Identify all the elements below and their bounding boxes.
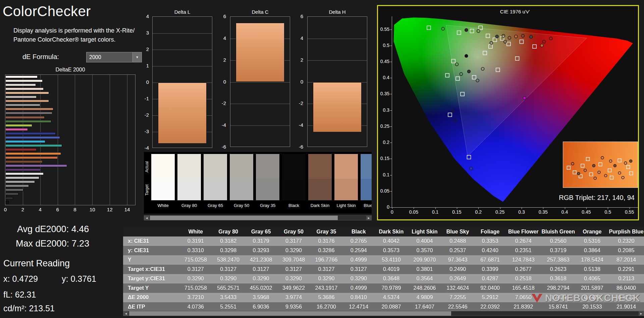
deltae-bar	[5, 176, 39, 179]
table-cell: 4.5374	[375, 293, 408, 302]
table-row-label: ΔE 2000	[123, 293, 179, 302]
swatch-actual	[151, 154, 175, 179]
scrollbar-thumb[interactable]	[150, 216, 338, 220]
swatch-column: Blue Sky	[361, 154, 372, 212]
axis-tick-label: 8	[73, 207, 76, 212]
measured-circle	[515, 35, 518, 38]
table-cell: 0.4042	[375, 236, 408, 246]
deltae-bar	[5, 108, 53, 110]
swatch-label: Dark Skin	[306, 203, 334, 208]
table-cell: 0.4999	[343, 255, 375, 265]
description-line-2: Pantone ColorChecker® target colors.	[13, 35, 135, 44]
axis-tick-label: -4	[137, 145, 149, 151]
axis-tick-label: 0.3	[378, 107, 389, 113]
scrollbar-track[interactable]	[149, 216, 366, 220]
scroll-right-icon[interactable]: ►	[366, 216, 371, 220]
rgb-triplet-readout: RGB Triplet: 217, 140, 94	[559, 194, 635, 202]
table-cell: 0.3648	[375, 274, 408, 283]
measured-circle	[465, 29, 468, 32]
axis-tick-label: -2	[291, 100, 303, 106]
measured-circle	[622, 176, 624, 179]
measured-circle	[604, 174, 607, 177]
reading-fl: fL: 62.31	[3, 290, 36, 300]
axis-tick	[390, 207, 392, 208]
de-formula-dropdown[interactable]: 2000 ▼	[86, 52, 142, 62]
deltae-bar	[5, 132, 56, 135]
cie-x-axis: 00.050.10.150.20.250.30.350.40.450.50.55	[378, 209, 638, 215]
table-cell: 132.4624	[441, 283, 474, 293]
axis-tick-label: 0.15	[378, 156, 389, 161]
axis-tick-label: 0	[291, 79, 303, 85]
deltae-bar	[5, 88, 44, 90]
scrollbar-track[interactable]	[128, 311, 639, 316]
measured-circle	[453, 119, 457, 122]
measured-circle	[495, 35, 498, 38]
scrollbar-thumb[interactable]	[129, 311, 451, 316]
axis-tick-label: -6	[291, 144, 303, 150]
table-row-label: ΔE ITP	[123, 302, 179, 312]
axis-tick-label: 0.4	[561, 209, 568, 215]
table-row: ΔE ITP4.07365.25516.90369.935616.270012.…	[123, 302, 644, 312]
axis-tick-label: 0.35	[539, 209, 548, 215]
table-cell: 0.2085	[608, 246, 644, 255]
table-cell: 4.9809	[408, 293, 441, 302]
table-cell: 0.3399	[474, 265, 506, 274]
measured-circle	[584, 169, 587, 172]
swatch-column: Gray 35	[256, 154, 279, 212]
target-square	[586, 157, 590, 161]
table-cell: 243.1917	[310, 283, 342, 293]
current-reading-label: Current Reading	[3, 258, 70, 269]
table-cell: 16.2700	[310, 302, 342, 312]
deltae-bar	[5, 112, 52, 114]
notebookcheck-watermark: NOTEBOOKCHECK	[531, 293, 640, 304]
table-cell: 0.3801	[408, 265, 441, 274]
table-cell: 22.5546	[441, 302, 474, 312]
deltae-bar	[5, 104, 40, 106]
axis-tick-label: -2	[137, 112, 149, 118]
table-cell: 0.3573	[375, 246, 408, 255]
table-cell: 0.3719	[541, 246, 576, 255]
gridline	[308, 39, 367, 39]
swatch-row-label-target: Target	[145, 179, 150, 200]
deltae-bar	[5, 75, 38, 78]
cie-zoom-inset	[563, 142, 638, 188]
swatch-scrollbar[interactable]: ◄ ►	[144, 215, 372, 220]
table-cell: 0.3177	[277, 236, 310, 246]
delta-l-chart	[152, 16, 212, 148]
scroll-left-icon[interactable]: ◄	[123, 311, 128, 316]
table-cell: 0.3618	[541, 274, 576, 283]
table-cell: 715.0258	[179, 255, 212, 265]
swatch-target	[204, 179, 227, 200]
axis-tick	[390, 94, 392, 94]
table-cell: 0.3191	[179, 236, 212, 246]
axis-tick	[565, 207, 565, 209]
scroll-right-icon[interactable]: ►	[639, 311, 644, 316]
axis-tick-label: 0.2	[475, 209, 482, 215]
swatch-column: Black	[282, 154, 306, 212]
deltae-bar	[5, 193, 18, 195]
target-square	[599, 163, 602, 166]
max-de2000-readout: Max dE2000: 7.23	[16, 238, 89, 249]
axis-tick-label: 2	[291, 57, 303, 63]
gridline	[230, 104, 290, 104]
target-square	[581, 164, 584, 167]
measured-circle	[613, 164, 616, 167]
table-cell: 86.0400	[608, 283, 644, 293]
swatch-label: Gray 80	[175, 203, 203, 208]
axis-tick-label: 0	[4, 207, 7, 212]
table-cell: 0.2594	[343, 246, 375, 255]
target-square	[627, 165, 630, 169]
axis-tick-label: 2	[137, 46, 149, 52]
axis-tick	[522, 207, 522, 209]
target-square	[608, 169, 611, 172]
table-cell: 0.3179	[245, 236, 277, 246]
table-cell: 196.7766	[310, 255, 342, 265]
table-cell: 0.3127	[277, 265, 310, 274]
axis-tick-label: 0.05	[409, 209, 418, 215]
delta-h-chart	[307, 16, 367, 147]
table-row: x: CIE310.31910.31820.31790.31770.31760.…	[123, 236, 644, 246]
scroll-left-icon[interactable]: ◄	[144, 216, 149, 220]
table-cell: 87.2014	[608, 255, 644, 265]
axis-tick	[390, 143, 392, 143]
table-scrollbar[interactable]: ◄ ►	[123, 311, 644, 316]
